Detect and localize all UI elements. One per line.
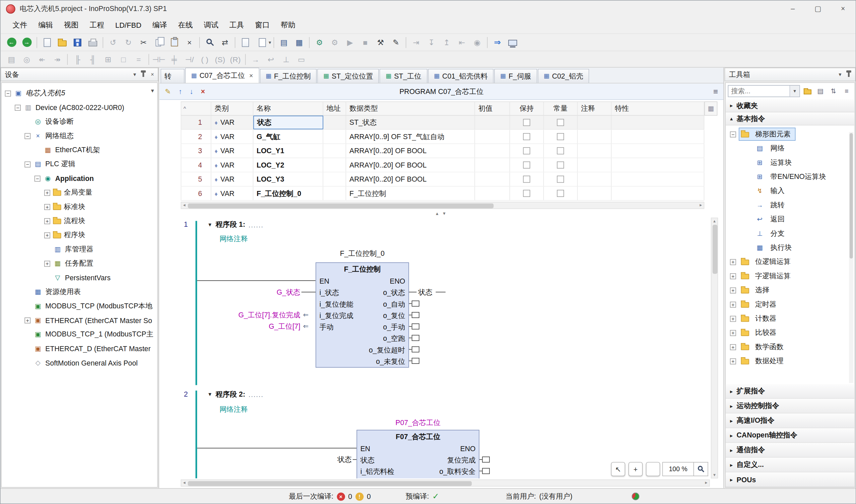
constant-checkbox[interactable] [557, 133, 564, 140]
datatype-cell[interactable]: ARRAY[0..9] OF ST_气缸自动 [346, 130, 475, 143]
expander-icon[interactable] [730, 301, 736, 307]
toolbox-item-data-processing[interactable]: 数据处理 [726, 354, 855, 368]
unconnected-output-box[interactable] [412, 323, 420, 329]
constant-cell[interactable] [544, 186, 578, 200]
zoom-button[interactable] [694, 462, 708, 476]
toolbox-item-input[interactable]: ↯ 输入 [726, 184, 855, 198]
zoom-tool-button[interactable] [646, 462, 660, 476]
insert-parallel-contact-button[interactable]: ╪ [167, 53, 181, 66]
comment-cell[interactable] [578, 130, 612, 143]
section-extended-instructions[interactable]: ▸ 扩展指令 [726, 384, 855, 399]
insert-return-button[interactable]: ↩ [264, 53, 278, 66]
comment-cell[interactable] [578, 158, 612, 172]
column-header-datatype[interactable]: 数据类型 [346, 102, 475, 115]
retain-checkbox[interactable] [523, 162, 530, 168]
variable-row[interactable]: 6 ♦VAR F_工位控制_0 F_工位控制 [181, 186, 704, 201]
toggle-comment-button[interactable]: ▭ [294, 53, 308, 66]
input-operand[interactable]: G_状态 [192, 288, 300, 297]
undo-button[interactable]: ↺ [106, 36, 120, 49]
insert-set-coil-button[interactable]: (S) [213, 53, 227, 66]
search-input[interactable] [729, 87, 790, 95]
retain-checkbox[interactable] [523, 147, 530, 154]
section-canopen-axis[interactable]: ▸ CANopen轴控指令 [726, 428, 855, 443]
constant-checkbox[interactable] [557, 176, 564, 183]
new-pou-button[interactable] [253, 36, 271, 49]
variable-row[interactable]: 1 ♦VAR 状态 ST_状态 [181, 116, 704, 130]
name-cell[interactable]: LOC_Y2 [253, 158, 323, 172]
panel-menu-icon[interactable]: ▾ [839, 72, 841, 77]
datatype-cell[interactable]: ARRAY[0..20] OF BOOL [346, 158, 475, 172]
insert-reset-coil-button[interactable]: (R) [228, 53, 242, 66]
delete-button[interactable]: × [183, 36, 196, 49]
attribute-cell[interactable] [612, 158, 704, 172]
tab-c02-shell[interactable]: ▦ C02_铝壳 [538, 69, 589, 83]
open-project-button[interactable] [55, 36, 69, 49]
toolbox-item-execute-block[interactable]: ▦ 执行块 [726, 240, 855, 254]
retain-cell[interactable] [510, 158, 544, 172]
tree-item-project-root[interactable]: ▣ 电芯入壳机5 [2, 86, 157, 100]
tab-f-station-control[interactable]: ▦ F_工位控制 [260, 69, 317, 83]
attribute-cell[interactable] [612, 172, 704, 186]
toolbox-view-icon[interactable]: ▤ [815, 85, 826, 97]
constant-checkbox[interactable] [557, 147, 564, 154]
tree-item-ethercat[interactable]: ▣ ETHERCAT (EtherCAT Master So [2, 313, 157, 327]
address-cell[interactable] [323, 186, 346, 200]
section-pous[interactable]: ▸ POUs [726, 472, 855, 487]
goto-prev-icon[interactable]: ↞ [35, 53, 49, 66]
variable-row[interactable]: 3 ♦VAR LOC_Y1 ARRAY[0..20] OF BOOL [181, 144, 704, 158]
menu-item[interactable]: 编辑 [33, 17, 58, 33]
back-button[interactable]: ← [4, 36, 18, 49]
address-cell[interactable] [323, 144, 346, 158]
expander-icon[interactable] [730, 316, 736, 322]
network-title-placeholder[interactable]: ...... [249, 390, 263, 398]
constant-checkbox[interactable] [557, 162, 564, 168]
step-out-button[interactable]: ↥ [440, 36, 453, 49]
insert-box-button[interactable]: ⊞ [101, 53, 115, 66]
fb-instance-name[interactable]: P07_合芯工位 [357, 418, 479, 427]
menu-item[interactable]: 工具 [224, 17, 250, 33]
tree-item-ethercat-d[interactable]: ▣ ETHERCAT_D (EtherCAT Master [2, 341, 157, 356]
menu-item[interactable]: 工程 [84, 17, 110, 33]
tree-item-modbus-tcp[interactable]: ▣ MODBUS_TCP (ModbusTCP本地 [2, 299, 157, 313]
column-header-scope[interactable]: 类别 [211, 102, 253, 115]
initvalue-cell[interactable] [475, 144, 510, 158]
active-application-dropdown-icon[interactable]: ▾ [151, 87, 154, 94]
scope-cell[interactable]: ♦VAR [211, 130, 253, 143]
constant-checkbox[interactable] [557, 190, 564, 197]
toolbox-item-jump[interactable]: → 跳转 [726, 198, 855, 212]
fb-instance-name[interactable]: F_工位控制_0 [316, 249, 409, 258]
column-header-comment[interactable]: 注释 [578, 102, 612, 115]
tab-st-station[interactable]: ▦ ST_工位 [380, 69, 427, 83]
unconnected-output-box[interactable] [482, 456, 490, 463]
search-combobox[interactable]: ▾ [728, 85, 800, 97]
menu-item[interactable]: LD/FBD [110, 18, 147, 32]
insert-jump-button[interactable]: → [249, 53, 262, 66]
scope-cell[interactable]: ♦VAR [211, 158, 253, 172]
start-button[interactable]: ▶ [343, 36, 357, 49]
retain-cell[interactable] [510, 144, 544, 158]
insert-network-below-button[interactable]: ╢ [86, 53, 100, 66]
toolbox-list-icon[interactable]: ≡ [841, 85, 852, 97]
new-file-button[interactable] [40, 36, 54, 49]
add-variable-button[interactable]: ✎ [165, 87, 171, 95]
panel-close-icon[interactable]: × [151, 72, 154, 77]
retain-checkbox[interactable] [523, 119, 530, 126]
initvalue-cell[interactable] [475, 186, 510, 200]
function-block-station-control[interactable]: F_工位控制 EN i_状态 i_复位使能 i_复位完成 手动 ENO o_状态… [316, 263, 409, 368]
retain-cell[interactable] [510, 186, 544, 200]
smart-coding-icon[interactable]: ◎ [20, 53, 34, 66]
expander-icon[interactable] [34, 175, 40, 181]
login-button[interactable]: ⚙ [312, 36, 326, 49]
unconnected-output-box[interactable] [412, 312, 420, 318]
close-button[interactable]: × [831, 1, 856, 17]
name-cell[interactable]: LOC_Y3 [253, 172, 323, 186]
comment-cell[interactable] [578, 116, 612, 129]
toolbox-item-operation-block[interactable]: ⊞ 运算块 [726, 156, 855, 169]
network-header[interactable]: ▼ 程序段 2: ...... [208, 390, 264, 399]
chevron-down-icon[interactable]: ▾ [789, 86, 799, 97]
retain-cell[interactable] [510, 172, 544, 186]
retain-cell[interactable] [510, 130, 544, 143]
name-cell[interactable]: F_工位控制_0 [253, 186, 323, 200]
run-to-cursor-button[interactable]: ⇤ [455, 36, 469, 49]
insert-network-button[interactable]: ╟ [70, 53, 84, 66]
